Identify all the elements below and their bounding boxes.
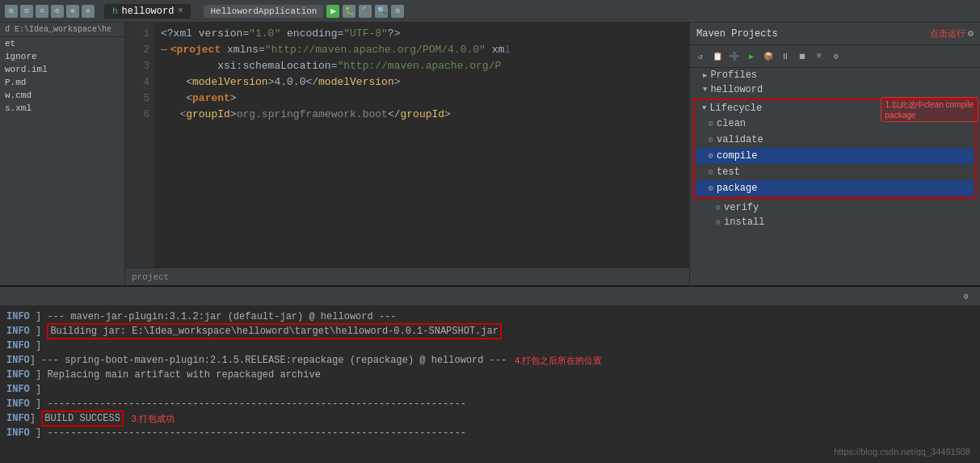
toolbar-icon-2[interactable]: ⊡ xyxy=(20,5,33,18)
info-label-7: INFO xyxy=(6,398,30,410)
gear-compile-icon: ⚙ xyxy=(709,151,713,161)
maven-list-icon[interactable]: 📋 xyxy=(710,49,725,64)
editor-area: 1 2 3 4 5 6 <?xml version="1.0" encoding… xyxy=(125,23,689,285)
maven-tree: ▶ Profiles ▼ helloword 1.以此选中clean compi… xyxy=(690,68,980,285)
sidebar-item-et[interactable]: et xyxy=(0,37,124,50)
maven-menu-icon[interactable]: ≡ xyxy=(812,49,826,64)
gear-test-icon: ⚙ xyxy=(709,167,713,177)
breadcrumb-text: project xyxy=(132,272,169,282)
lifecycle-validate-label: validate xyxy=(717,134,763,145)
maven-package-icon[interactable]: 📦 xyxy=(761,49,776,64)
code-line-3: xsi:schemaLocation="http://maven.apache.… xyxy=(161,58,683,74)
maven-helloword-item[interactable]: ▼ helloword xyxy=(690,82,980,97)
tab-label: helloword xyxy=(122,6,175,17)
code-content[interactable]: <?xml version="1.0" encoding="UTF-8"?> —… xyxy=(154,23,689,267)
info-label-1: INFO xyxy=(6,311,30,322)
toolbar-icon-1[interactable]: ⊞ xyxy=(5,5,18,18)
maven-lifecycle-label: Lifecycle xyxy=(709,103,762,114)
build-icon[interactable]: 🔨 xyxy=(359,5,372,18)
line-numbers: 1 2 3 4 5 6 xyxy=(125,23,154,267)
maven-lifecycle-validate[interactable]: ⚙ validate xyxy=(696,132,974,148)
maven-toolbar: ↺ 📋 ➕ ▶ 📦 ⏸ ⏹ ≡ ⚙ xyxy=(690,45,980,68)
sidebar-item-xml[interactable]: s.xml xyxy=(0,102,124,115)
info-label-4: INFO xyxy=(6,355,30,366)
maven-refresh-icon[interactable]: ↺ xyxy=(693,49,708,64)
maven-stop-icon[interactable]: ⏹ xyxy=(795,49,810,64)
console-settings-icon[interactable]: ⚙ xyxy=(959,289,974,304)
console-text-8: INFO] BUILD SUCCESS xyxy=(6,411,124,426)
toolbar-icon-3[interactable]: ≡ xyxy=(36,5,48,18)
code-line-1: <?xml version="1.0" encoding="UTF-8"?> xyxy=(161,26,683,42)
sidebar-item-iml[interactable]: word.iml xyxy=(0,63,124,76)
maven-lifecycle-verify[interactable]: ⚙ verify xyxy=(690,200,980,215)
console-annotation-8: 3.打包成功 xyxy=(132,411,175,426)
line-num-5: 5 xyxy=(125,90,149,107)
line-num-2: 2 xyxy=(125,42,149,58)
console-text-2: ] Building jar: E:\Idea_workspace\hellow… xyxy=(36,323,502,339)
maven-play-icon[interactable]: ▶ xyxy=(744,49,759,64)
console-toolbar: ⚙ xyxy=(0,287,980,306)
console-text-1: ] --- maven-jar-plugin:3.1.2:jar (defaul… xyxy=(36,311,396,322)
maven-lifecycle-test[interactable]: ⚙ test xyxy=(696,164,974,180)
lifecycle-compile-label: compile xyxy=(717,150,757,162)
maven-header-right: 点击运行 ⚙ xyxy=(930,27,974,40)
tab-icon: h xyxy=(112,6,118,16)
toolbar-icon-5[interactable]: ⊕ xyxy=(66,5,79,18)
run-button[interactable]: ▶ xyxy=(326,5,339,18)
sidebar-item-cmd[interactable]: w.cmd xyxy=(0,89,124,102)
main-area: d E:\Idea_workspace\he et ignore word.im… xyxy=(0,23,980,285)
console-line-9: INFO ] ---------------------------------… xyxy=(6,426,974,440)
gear-install-icon: ⚙ xyxy=(716,217,721,227)
lifecycle-clean-label: clean xyxy=(717,118,746,129)
search-icon[interactable]: 🔍 xyxy=(375,5,388,18)
maven-lifecycle-install[interactable]: ⚙ install xyxy=(690,215,980,229)
console-line-6: INFO ] xyxy=(6,382,974,397)
sidebar-item-md[interactable]: P.md xyxy=(0,76,124,89)
maven-options-icon[interactable]: ⚙ xyxy=(829,49,843,64)
maven-lifecycle-compile[interactable]: ⚙ compile xyxy=(696,148,974,164)
gear-clean-icon: ⚙ xyxy=(709,119,713,128)
code-line-2: —<project xmlns="http://maven.apache.org… xyxy=(161,42,683,58)
line-num-4: 4 xyxy=(125,74,149,90)
line-num-3: 3 xyxy=(125,58,149,74)
info-label-3: INFO xyxy=(6,340,30,351)
maven-profiles-item[interactable]: ▶ Profiles xyxy=(690,68,980,82)
lifecycle-verify-label: verify xyxy=(724,202,759,213)
console-annotation-4: 4.打包之后所在的位置 xyxy=(515,353,602,368)
debug-icon[interactable]: 🐛 xyxy=(343,5,355,18)
info-label-6: INFO xyxy=(6,384,30,395)
console-text-4: INFO] --- spring-boot-maven-plugin:2.1.5… xyxy=(6,353,507,368)
console-text-3: ] xyxy=(36,340,41,351)
sidebar-item-ignore[interactable]: ignore xyxy=(0,50,124,63)
console-line-3: INFO ] xyxy=(6,339,974,353)
line-num-1: 1 xyxy=(125,26,149,42)
maven-pause-icon[interactable]: ⏸ xyxy=(778,49,793,64)
line-num-6: 6 xyxy=(125,107,149,123)
run-config-label[interactable]: HellowordApplication xyxy=(204,5,323,18)
console-content[interactable]: INFO ] --- maven-jar-plugin:3.1.2:jar (d… xyxy=(0,306,980,463)
maven-add-icon[interactable]: ➕ xyxy=(727,49,742,64)
arrow-down-lifecycle-icon: ▼ xyxy=(702,104,706,112)
console-line-8: INFO] BUILD SUCCESS 3.打包成功 xyxy=(6,411,974,426)
arrow-right-icon: ▶ xyxy=(703,71,707,80)
settings-icon-toolbar[interactable]: ⚙ xyxy=(391,5,404,18)
maven-profiles-label: Profiles xyxy=(710,69,757,81)
editor-content: 1 2 3 4 5 6 <?xml version="1.0" encoding… xyxy=(125,23,689,267)
gear-verify-icon: ⚙ xyxy=(716,203,721,213)
bottom-console: ⚙ INFO ] --- maven-jar-plugin:3.1.2:jar … xyxy=(0,285,980,463)
lifecycle-annotation: 1.以此选中clean compilepackage xyxy=(881,97,978,122)
top-toolbar: ⊞ ⊡ ≡ ⚙ ⊕ ⊘ h helloword × HellowordAppli… xyxy=(0,0,980,23)
maven-header: Maven Projects 点击运行 ⚙ xyxy=(690,23,980,45)
maven-lifecycle-package[interactable]: ⚙ package xyxy=(696,180,974,196)
jar-path-highlight: Building jar: E:\Idea_workspace\hellowor… xyxy=(47,323,502,339)
info-label-2: INFO xyxy=(6,326,30,337)
toolbar-icon-6[interactable]: ⊘ xyxy=(82,5,95,18)
lifecycle-install-label: install xyxy=(724,217,764,228)
build-success-highlight: BUILD SUCCESS xyxy=(41,410,124,427)
toolbar-icon-4[interactable]: ⚙ xyxy=(51,5,64,18)
maven-settings-icon[interactable]: ⚙ xyxy=(968,27,974,40)
tab-helloword[interactable]: h helloword × xyxy=(104,4,191,19)
tab-close-icon[interactable]: × xyxy=(178,6,183,15)
console-line-1: INFO ] --- maven-jar-plugin:3.1.2:jar (d… xyxy=(6,309,974,324)
tab-bar: h helloword × xyxy=(104,4,191,19)
